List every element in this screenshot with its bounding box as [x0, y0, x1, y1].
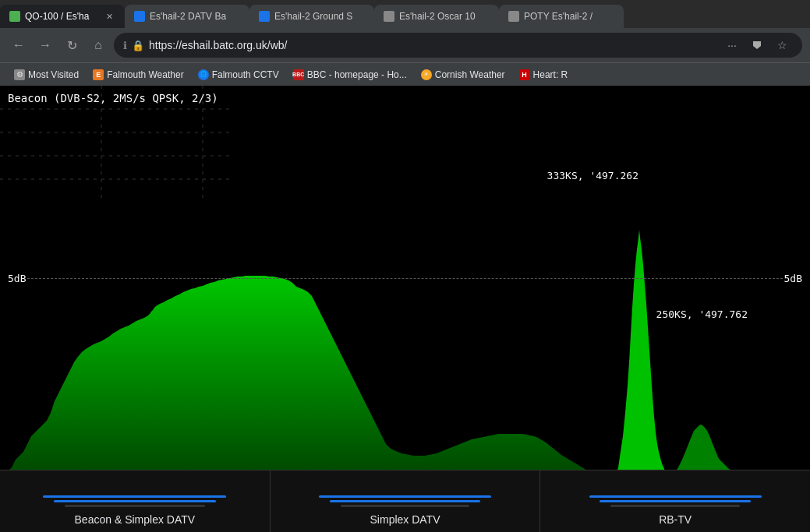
- address-bar[interactable]: ℹ 🔒 https://eshail.batc.org.uk/wb/ ··· ☆: [114, 33, 802, 58]
- tab-icon-eshail2-oscar: [384, 11, 394, 22]
- channel-rbtv: RB-TV: [540, 470, 810, 532]
- channel-line-blue-2: [54, 500, 215, 502]
- channel-name-rbtv: RB-TV: [659, 513, 692, 526]
- tab-poty[interactable]: POTY Es'hail-2 /: [499, 5, 624, 28]
- channel-line-dark-2: [341, 505, 470, 507]
- svg-marker-11: [0, 276, 810, 470]
- tab-eshail2-oscar[interactable]: Es'hail-2 Oscar 10: [374, 5, 499, 28]
- bookmark-bbc[interactable]: BBC BBC - homepage - Ho...: [287, 67, 413, 83]
- more-options-button[interactable]: ···: [721, 34, 743, 56]
- bookmark-falmouth-weather[interactable]: E Falmouth Weather: [87, 67, 190, 83]
- tab-icon-eshail2-ground: [259, 11, 270, 22]
- tab-icon-eshail2-datv: [134, 11, 145, 22]
- channel-name-beacon: Beacon & Simplex DATV: [75, 513, 196, 526]
- tab-icon-poty: [508, 11, 519, 22]
- bookmark-cornish-weather[interactable]: ☀ Cornish Weather: [415, 67, 511, 83]
- heart-icon: H: [519, 69, 530, 80]
- bookmark-label-heart: Heart: R: [533, 69, 568, 80]
- reload-button[interactable]: ↻: [61, 34, 83, 56]
- signal-label-2: 250KS, '497.762: [656, 308, 748, 320]
- bookmark-most-visited[interactable]: ⚙ Most Visited: [8, 67, 85, 83]
- channel-name-simplex: Simplex DATV: [370, 513, 440, 526]
- svg-marker-12: [616, 230, 810, 470]
- tab-label-eshail2-ground: Es'hail-2 Ground S: [274, 11, 365, 22]
- channel-line-blue-6: [600, 500, 751, 502]
- channel-line-blue-1: [43, 495, 226, 498]
- channel-line-dark-3: [610, 505, 740, 507]
- url-text: https://eshail.batc.org.uk/wb/: [149, 39, 716, 51]
- tab-label-eshail2-oscar: Es'hail-2 Oscar 10: [399, 11, 490, 22]
- bookmark-label-most-visited: Most Visited: [28, 69, 79, 80]
- bookmarks-bar: ⚙ Most Visited E Falmouth Weather 🌐 Falm…: [0, 62, 810, 86]
- bookmark-label-falmouth-weather: Falmouth Weather: [107, 69, 184, 80]
- svg-marker-13: [670, 425, 810, 470]
- channel-simplex-datv: Simplex DATV: [271, 470, 541, 532]
- signal-label-1: 333KS, '497.262: [547, 170, 638, 181]
- db-reference-line: [27, 278, 783, 279]
- cornish-weather-icon: ☀: [421, 69, 432, 80]
- most-visited-icon: ⚙: [14, 69, 25, 80]
- info-icon: ℹ: [123, 40, 127, 51]
- bookmark-falmouth-cctv[interactable]: 🌐 Falmouth CCTV: [192, 67, 285, 83]
- bookmark-label-falmouth-cctv: Falmouth CCTV: [212, 69, 279, 80]
- pocket-button[interactable]: [746, 34, 768, 56]
- channel-labels: Beacon & Simplex DATV Simplex DATV RB-TV: [0, 470, 810, 532]
- tab-eshail2-ground[interactable]: Es'hail-2 Ground S: [249, 5, 374, 28]
- bookmark-label-cornish-weather: Cornish Weather: [435, 69, 505, 80]
- tab-icon-qo100: [9, 11, 20, 22]
- channel-line-blue-3: [319, 495, 491, 498]
- channel-lines-rbtv: [568, 495, 783, 507]
- tab-eshail2-datv[interactable]: Es'hail-2 DATV Ba: [125, 5, 249, 28]
- tab-bar: QO-100 / Es'ha ✕ Es'hail-2 DATV Ba Es'ha…: [0, 0, 810, 28]
- spectrum-display: Beacon (DVB-S2, 2MS/s QPSK, 2/3) 5dB 5dB…: [0, 86, 810, 470]
- tab-close-qo100[interactable]: ✕: [103, 10, 115, 23]
- channel-line-blue-5: [589, 495, 762, 498]
- spectrum-title: Beacon (DVB-S2, 2MS/s QPSK, 2/3): [8, 92, 218, 104]
- channel-beacon-simplex: Beacon & Simplex DATV: [0, 470, 271, 532]
- tab-label-eshail2-datv: Es'hail-2 DATV Ba: [150, 11, 240, 22]
- falmouth-cctv-icon: 🌐: [198, 69, 209, 80]
- tab-qo100[interactable]: QO-100 / Es'ha ✕: [0, 5, 125, 28]
- back-button[interactable]: ←: [8, 34, 30, 56]
- nav-bar: ← → ↻ ⌂ ℹ 🔒 https://eshail.batc.org.uk/w…: [0, 28, 810, 62]
- tab-label-poty: POTY Es'hail-2 /: [524, 11, 614, 22]
- channel-line-blue-4: [330, 500, 481, 502]
- home-button[interactable]: ⌂: [87, 34, 109, 56]
- channel-lines-beacon: [27, 495, 243, 507]
- falmouth-weather-icon: E: [93, 69, 104, 80]
- bookmark-star-button[interactable]: ☆: [771, 34, 793, 56]
- channel-line-dark-1: [65, 505, 205, 507]
- db-label-right: 5dB: [784, 272, 802, 284]
- bookmark-label-bbc: BBC - homepage - Ho...: [307, 69, 407, 80]
- main-content: Beacon (DVB-S2, 2MS/s QPSK, 2/3) 5dB 5dB…: [0, 86, 810, 532]
- lock-icon: 🔒: [132, 40, 144, 51]
- bookmark-heart[interactable]: H Heart: R: [513, 67, 575, 83]
- bbc-icon: BBC: [293, 69, 304, 80]
- db-label-left: 5dB: [8, 272, 26, 284]
- forward-button[interactable]: →: [34, 34, 56, 56]
- channel-lines-simplex: [297, 495, 513, 507]
- tab-label-qo100: QO-100 / Es'ha: [25, 11, 98, 22]
